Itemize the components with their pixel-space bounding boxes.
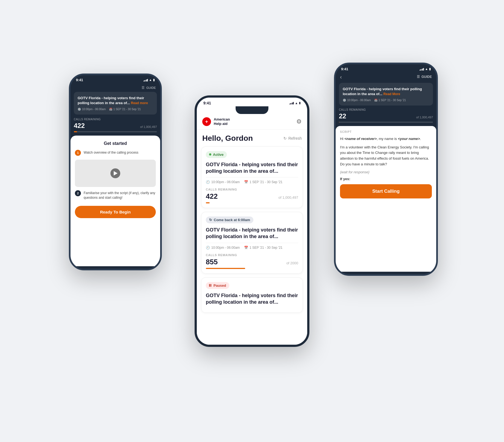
card3-title: GOTV Florida - helping voters find their… xyxy=(206,292,298,306)
clock-icon-c1: 🕙 xyxy=(206,180,210,184)
video-thumbnail[interactable] xyxy=(75,160,156,187)
cal-icon-c1: 📅 xyxy=(244,180,248,184)
campaign-card-2[interactable]: ↻ Come back at 6:00am GOTV Florida - hel… xyxy=(201,212,303,274)
card1-calls-num: 422 xyxy=(206,192,218,201)
meta-row-left: 🕙 10:00pm - 06:00am 📅 1 SEP '21 - 30 Sep… xyxy=(78,108,153,111)
center-wifi-icon: ▲ xyxy=(295,101,298,105)
center-notch xyxy=(236,106,268,114)
card2-time: 🕙 10:00pm - 06:00am xyxy=(206,246,240,250)
pause-icon xyxy=(209,284,211,287)
comeback-label: Come back at 6:00am xyxy=(214,218,250,222)
progress-fill-right xyxy=(339,122,339,123)
refresh-label: Refresh xyxy=(288,136,302,140)
left-content: ☰ GUIDE GOTV Florida - helping voters fi… xyxy=(71,84,160,266)
script-label: SCRIPT xyxy=(340,130,432,133)
cal-icon-c2: 📅 xyxy=(244,246,248,250)
calls-remaining-left: CALLS REMAINING 422 of 1,000,497 xyxy=(74,118,157,132)
card2-meta: 🕙 10:00pm - 06:00am 📅 1 SEP '21 - 30 Sep… xyxy=(206,246,298,250)
card1-calls: CALLS REMAINING 422 of 1,000,497 xyxy=(206,188,298,203)
step-2: 2 Familiarise your with the script (if a… xyxy=(75,190,156,200)
script-paragraph-2: I'm a volunteer with the Clean Energy So… xyxy=(340,145,432,167)
script-paragraph-1: Hi <name of receiver>, my name is <your … xyxy=(340,136,432,142)
phone-right: 9:41 ▲ ▮ ‹ ☰ GUIDE xyxy=(334,63,438,276)
meta-row-right: 🕙 10:00pm - 06:00am 📅 1 SEP '21 - 30 Sep… xyxy=(343,99,429,102)
red-cross-logo: + xyxy=(202,117,211,126)
step-1-text: Watch overview of the calling process xyxy=(84,150,138,155)
name-var: <your name> xyxy=(398,137,420,141)
center-content: + American Help aid ⚙ Hello, Gordon ↻ R xyxy=(197,114,307,347)
comeback-badge: ↻ Come back at 6:00am xyxy=(206,216,253,223)
guide-top-right: ‹ ☰ GUIDE xyxy=(336,73,436,83)
campaign-title-right: GOTV Florida - helping voters find their… xyxy=(343,87,429,96)
guide-label-right: ☰ GUIDE xyxy=(417,75,432,79)
card1-progress xyxy=(206,202,298,203)
center-time: 9:41 xyxy=(203,101,211,105)
card2-calls-total: of 2000 xyxy=(286,261,298,265)
step-1-number: 1 xyxy=(75,150,81,156)
refresh-button[interactable]: ↻ Refresh xyxy=(283,136,302,140)
read-more-right[interactable]: Read More xyxy=(383,92,400,96)
left-status-icons: ▲ ▮ xyxy=(143,78,155,82)
campaign-card-1[interactable]: Active GOTV Florida - helping voters fin… xyxy=(201,147,303,208)
date-meta-right: 📅 1 SEP '21 - 30 Sep '21 xyxy=(374,99,406,102)
hello-greeting: Hello, Gordon xyxy=(202,134,253,143)
back-arrow-icon[interactable]: ‹ xyxy=(340,74,342,80)
card1-calls-row: 422 of 1,000,497 xyxy=(206,192,298,201)
card1-meta: 🕙 10:00pm - 06:00am 📅 1 SEP '21 - 30 Sep… xyxy=(206,180,298,184)
card2-date-text: 1 SEP '21 - 30 Sep '21 xyxy=(250,246,282,250)
calls-remaining-right: CALLS REMAINING 22 of 1,000,497 xyxy=(339,108,433,123)
card2-progress-fill xyxy=(206,268,245,269)
app-brand: + American Help aid xyxy=(202,117,230,126)
hello-section: Hello, Gordon ↻ Refresh xyxy=(197,130,307,143)
refresh-icon: ↻ xyxy=(283,136,287,140)
cross-icon: + xyxy=(205,119,208,124)
campaign-card-right: GOTV Florida - helping voters find their… xyxy=(339,83,433,106)
guide-icon-left: ☰ xyxy=(142,86,145,90)
phone-center: 9:41 ▲ ▮ + xyxy=(195,95,309,347)
progress-bar-right xyxy=(339,122,433,123)
calls-numbers-right: 22 of 1,000,497 xyxy=(339,112,433,120)
right-signal-icon xyxy=(420,68,424,71)
read-more-link-left[interactable]: Read more xyxy=(131,101,148,105)
ready-to-begin-button[interactable]: Ready To Begin xyxy=(75,206,156,218)
get-started-section: Get started 1 Watch overview of the call… xyxy=(71,136,160,266)
play-triangle-icon xyxy=(114,171,118,175)
active-badge: Active xyxy=(206,151,227,158)
card2-calls-row: 855 of 2000 xyxy=(206,258,298,266)
battery-icon: ▮ xyxy=(153,78,155,82)
calls-label-right: CALLS REMAINING xyxy=(339,108,433,111)
date-meta-left: 📅 1 SEP '21 - 30 Sep '21 xyxy=(109,108,141,111)
card1-time: 🕙 10:00pm - 06:00am xyxy=(206,180,240,184)
script-section: SCRIPT Hi <name of receiver>, my name is… xyxy=(336,126,436,272)
progress-bar-left xyxy=(74,131,157,132)
guide-bar-left: ☰ GUIDE xyxy=(71,84,160,92)
start-calling-button[interactable]: Start Calling xyxy=(340,184,432,198)
script-if-yes: If yes: xyxy=(340,177,432,181)
right-wifi-icon: ▲ xyxy=(425,67,428,71)
time-meta-right: 🕙 10:00pm - 06:00am xyxy=(343,99,371,102)
guide-icon-right: ☰ xyxy=(417,75,420,79)
comeback-icon: ↻ xyxy=(209,218,212,222)
time-range-left: 10:00pm - 06:00am xyxy=(82,108,106,111)
card2-calls: CALLS REMAINING 855 of 2000 xyxy=(206,253,298,269)
card2-title: GOTV Florida - helping voters find their… xyxy=(206,227,298,240)
campaign-card-3[interactable]: Paused GOTV Florida - helping voters fin… xyxy=(201,277,303,313)
card1-date-text: 1 SEP '21 - 30 Sep '21 xyxy=(250,180,282,184)
step-2-number: 2 xyxy=(75,190,81,196)
settings-icon[interactable]: ⚙ xyxy=(296,118,302,125)
calls-number-left: 422 xyxy=(74,122,85,130)
center-battery-icon: ▮ xyxy=(299,101,301,105)
phones-container: 9:41 ▲ ▮ ☰ GUIDE xyxy=(61,30,443,412)
calls-total-left: of 1,000,497 xyxy=(140,125,157,128)
card2-progress xyxy=(206,268,298,269)
card1-title: GOTV Florida - helping voters find their… xyxy=(206,161,298,175)
date-range-left: 1 SEP '21 - 30 Sep '21 xyxy=(113,108,141,111)
progress-fill-left xyxy=(74,131,77,132)
card1-date: 📅 1 SEP '21 - 30 Sep '21 xyxy=(244,180,282,184)
left-time: 9:41 xyxy=(76,78,83,82)
play-button[interactable] xyxy=(110,168,120,178)
calls-total-right: of 1,000,497 xyxy=(416,116,433,119)
wifi-icon: ▲ xyxy=(149,78,152,81)
card2-time-text: 10:00pm - 06:00am xyxy=(211,246,240,250)
step-1: 1 Watch overview of the calling process xyxy=(75,150,156,156)
